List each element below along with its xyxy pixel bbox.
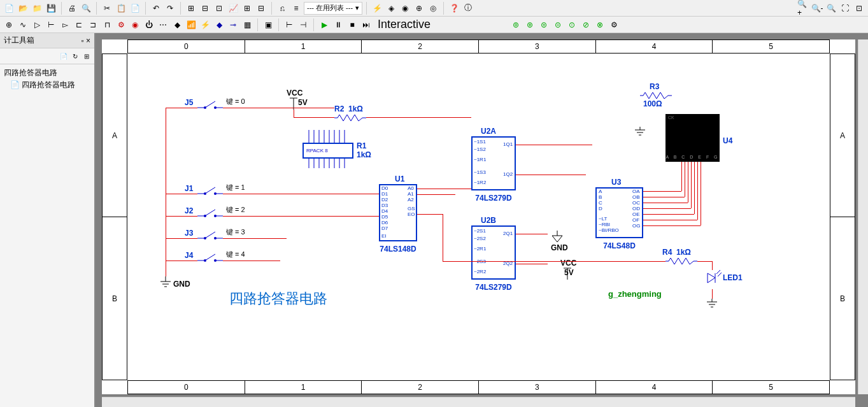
scrollbar-vertical[interactable] [858,39,868,394]
resistor-r4[interactable] [665,257,697,265]
gnd2-label: GND [551,243,568,252]
switch-j1[interactable] [197,184,223,197]
zoom-in-icon[interactable]: 🔍+ [797,2,809,15]
probe7-icon[interactable]: ⊗ [594,18,606,31]
misc-digital-icon[interactable]: ⊓ [101,18,113,31]
window5-icon[interactable]: ⊟ [255,2,267,15]
indicator-icon[interactable]: ◉ [129,18,141,31]
panel-view-icon[interactable]: ⊞ [82,51,92,61]
resistor-r3[interactable] [640,92,672,99]
diode-icon[interactable]: ▷ [31,18,43,31]
junction-icon[interactable]: ⊣ [297,18,309,31]
switch-j2[interactable] [197,206,223,219]
bus-icon[interactable]: ⊢ [283,18,295,31]
probe6-icon[interactable]: ⊘ [580,18,592,31]
schematic-author: g_zhengming [608,289,662,299]
paste-icon[interactable]: 📄 [129,2,141,15]
zoom-area-icon[interactable]: 🔍 [825,2,837,15]
window4-icon[interactable]: ⊞ [241,2,253,15]
tool-d-icon[interactable]: ⊕ [413,2,425,15]
scrollbar-horizontal[interactable] [102,397,855,407]
probe4-icon[interactable]: ⊝ [551,18,564,31]
resistor-icon[interactable]: ∿ [17,18,29,31]
probe3-icon[interactable]: ⊜ [537,18,550,31]
window1-icon[interactable]: ⊞ [185,2,197,15]
tree-sheet[interactable]: 📄 四路抢答器电路 [3,79,92,91]
schematic-drawing[interactable]: J5 键 = 0 J1 键 = 1 J2 键 = 2 J3 键 = 3 J4 键… [127,54,830,380]
tool-c-icon[interactable]: ◉ [399,2,411,15]
mixed-icon[interactable]: ⚙ [115,18,127,31]
transistor-icon[interactable]: ⊢ [45,18,57,31]
zoom-out-icon[interactable]: 🔍- [811,2,823,15]
probe5-icon[interactable]: ⊙ [566,18,578,31]
graph-icon[interactable]: 📈 [227,2,239,15]
toolbar-main: 📄 📂 📁 💾 🖨 🔍 ✂ 📋 📄 ↶ ↷ ⊞ ⊟ ⊡ 📈 ⊞ ⊟ ⎌ ≡ --… [0,0,868,17]
probe1-icon[interactable]: ⊚ [509,18,522,31]
gnd-symbol-left [159,276,172,290]
nist-icon[interactable]: ◆ [213,18,225,31]
tool-e-icon[interactable]: ◎ [427,2,439,15]
tree-project[interactable]: 四路抢答器电路 [3,67,92,79]
svg-line-52 [716,270,720,274]
ruler-left: AB [102,54,127,380]
hierarchy-icon[interactable]: ⎌ [276,2,288,15]
step-icon[interactable]: ⏭ [360,18,373,31]
comp-j3-ref: J3 [185,229,193,238]
advanced-icon[interactable]: ◆ [171,18,183,31]
switch-j3[interactable] [197,229,223,241]
svg-line-1 [205,101,215,108]
open-recent-icon[interactable]: 📁 [31,2,43,15]
j1-key: 键 = 1 [226,183,245,192]
led1-label: LED1 [723,273,743,282]
settings-icon[interactable]: ⚙ [608,18,620,31]
resistor-r2[interactable] [334,114,366,122]
undo-icon[interactable]: ↶ [150,2,162,15]
ttl-icon[interactable]: ⊏ [73,18,85,31]
copy-icon[interactable]: 📋 [115,2,127,15]
comp-j4-ref: J4 [185,251,193,260]
erc-icon[interactable]: ⚡ [371,2,383,15]
probe2-icon[interactable]: ⊛ [523,18,536,31]
redo-icon[interactable]: ↷ [164,2,176,15]
pause-icon[interactable]: ⏸ [332,18,345,31]
ruler-bottom: 012 345 [127,380,830,394]
stop-icon[interactable]: ■ [346,18,359,31]
panel-header: 计工具箱 ▫ × [0,33,94,48]
print-icon[interactable]: 🖨 [66,2,78,15]
source-icon[interactable]: ⊕ [3,18,15,31]
panel-collapse-icon[interactable]: ▫ × [81,36,90,45]
switch-j5[interactable] [197,98,223,111]
help-icon[interactable]: ❓ [448,2,460,15]
panel-refresh-icon[interactable]: ↻ [70,51,80,61]
j2-key: 键 = 2 [226,205,245,215]
save-icon[interactable]: 💾 [45,2,57,15]
power-icon[interactable]: ⏻ [143,18,155,31]
panel-new-icon[interactable]: 📄 [59,51,69,61]
connector-icon[interactable]: ⊸ [227,18,239,31]
hier-block-icon[interactable]: ▣ [262,18,274,31]
switch-j4[interactable] [197,251,223,264]
led1[interactable] [704,270,723,290]
component-list-dropdown[interactable]: --- 在用列表 --- ▾ [304,2,362,15]
zoom-fit-icon[interactable]: ⛶ [839,2,851,15]
cut-icon[interactable]: ✂ [101,2,113,15]
rf-icon[interactable]: 📶 [185,18,197,31]
mcu-icon[interactable]: ▦ [241,18,253,31]
window2-icon[interactable]: ⊟ [199,2,211,15]
analog-icon[interactable]: ▻ [59,18,71,31]
info-icon[interactable]: ⓘ [462,2,474,15]
tool-b-icon[interactable]: ◈ [385,2,397,15]
cmos-icon[interactable]: ⊐ [87,18,99,31]
display-u4[interactable]: CK A B C D E F G [665,114,720,162]
open-file-icon[interactable]: 📂 [17,2,29,15]
window3-icon[interactable]: ⊡ [213,2,225,15]
misc-icon[interactable]: ⋯ [157,18,169,31]
schematic-sheet[interactable]: 012 345 012 345 AB AB J5 键 = 0 J1 [102,39,855,394]
fullscreen-icon[interactable]: ⊡ [853,2,865,15]
print-preview-icon[interactable]: 🔍 [80,2,92,15]
run-icon[interactable]: ▶ [318,18,331,31]
list-icon[interactable]: ≡ [290,2,302,15]
electro-icon[interactable]: ⚡ [199,18,211,31]
comp-j1-ref: J1 [185,184,193,193]
new-file-icon[interactable]: 📄 [3,2,15,15]
